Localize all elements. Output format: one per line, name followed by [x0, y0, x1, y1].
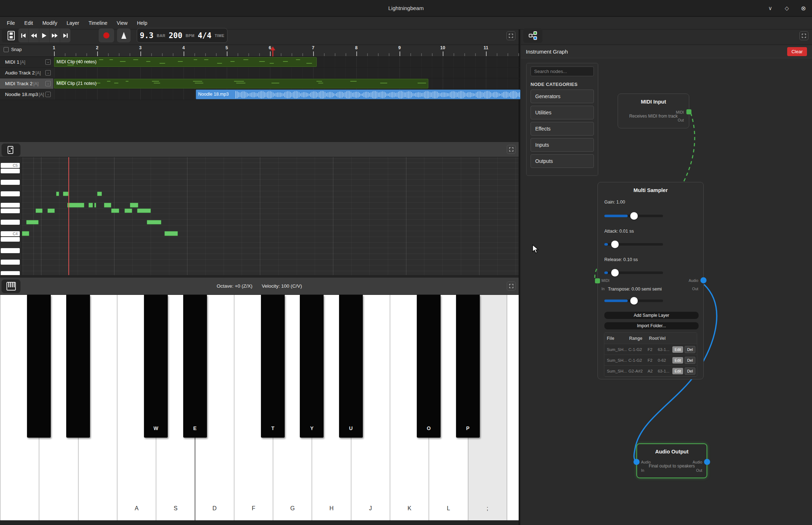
- midi-note[interactable]: [125, 209, 132, 213]
- node-graph-icon[interactable]: [523, 28, 543, 43]
- midi-note[interactable]: [56, 192, 59, 196]
- midi-note[interactable]: [89, 203, 93, 207]
- track-header-2[interactable]: Audio Track 2[A]-: [0, 68, 53, 78]
- midi-note[interactable]: [147, 220, 161, 224]
- audio-in-port[interactable]: [633, 459, 640, 465]
- minimize-icon[interactable]: ∨: [767, 5, 774, 12]
- rewind-button[interactable]: [29, 28, 39, 42]
- black-key-2[interactable]: [66, 295, 90, 438]
- roll-key-G4[interactable]: [1, 191, 20, 196]
- delete-sample-button[interactable]: Del: [685, 357, 695, 364]
- track-minus-button[interactable]: -: [45, 92, 51, 97]
- slider-knob[interactable]: [611, 241, 619, 248]
- category-inputs[interactable]: Inputs: [531, 138, 594, 152]
- menu-item-timeline[interactable]: Timeline: [84, 17, 112, 29]
- virtual-keyboard[interactable]: ASDFGHJKL;WETYUOP: [0, 295, 519, 521]
- maximize-icon[interactable]: ◇: [783, 5, 790, 12]
- white-key-13[interactable]: [507, 295, 519, 520]
- black-key-1[interactable]: [27, 295, 51, 438]
- roll-key-G3[interactable]: [1, 260, 20, 265]
- category-generators[interactable]: Generators: [531, 90, 594, 103]
- roll-key-F4[interactable]: [1, 203, 20, 208]
- midi-note[interactable]: [67, 203, 84, 207]
- track-header-4[interactable]: Noodle 18.mp3[A]-: [0, 89, 53, 100]
- record-button[interactable]: [98, 28, 114, 43]
- menu-item-layer[interactable]: Layer: [62, 17, 84, 29]
- piano-roll-icon[interactable]: [1, 143, 21, 156]
- piano-roll-key-column[interactable]: C5C4: [0, 157, 22, 275]
- midi-note[interactable]: [63, 192, 68, 196]
- category-outputs[interactable]: Outputs: [531, 154, 594, 168]
- midi-clip[interactable]: MIDI Clip (40 notes): [54, 57, 317, 67]
- expand-graph-icon[interactable]: [799, 31, 808, 40]
- expand-timeline-icon[interactable]: [506, 31, 515, 40]
- play-button[interactable]: [39, 28, 50, 42]
- edit-sample-button[interactable]: Edit: [672, 346, 683, 353]
- midi-clip[interactable]: MIDI Clip (21 notes): [54, 79, 428, 88]
- add-sample-layer-button[interactable]: Add Sample Layer: [604, 311, 699, 319]
- expand-piano-roll-icon[interactable]: [507, 145, 516, 154]
- midi-note[interactable]: [137, 209, 151, 213]
- midi-in-port[interactable]: [595, 278, 600, 283]
- roll-key-C4[interactable]: C4: [1, 231, 20, 236]
- piano-roll-grid[interactable]: [0, 157, 519, 275]
- gain-slider[interactable]: [604, 215, 663, 217]
- menu-item-edit[interactable]: Edit: [20, 17, 38, 29]
- midi-note[interactable]: [48, 209, 55, 213]
- close-icon[interactable]: ⊗: [800, 5, 807, 12]
- track-minus-button[interactable]: -: [45, 81, 51, 86]
- midi-note[interactable]: [22, 231, 29, 236]
- release-slider[interactable]: [604, 271, 663, 274]
- delete-sample-button[interactable]: Del: [685, 368, 695, 375]
- audio-out-port[interactable]: [700, 277, 707, 283]
- edit-sample-button[interactable]: Edit: [672, 368, 683, 374]
- menu-item-file[interactable]: File: [2, 17, 20, 29]
- black-key-W[interactable]: W: [144, 295, 168, 438]
- roll-key-F3[interactable]: [1, 271, 20, 275]
- category-effects[interactable]: Effects: [531, 122, 594, 136]
- black-key-Y[interactable]: Y: [300, 295, 324, 438]
- black-key-E[interactable]: E: [183, 295, 207, 438]
- track-lane-4[interactable]: Noodle 18.mp3: [53, 89, 520, 100]
- menu-item-view[interactable]: View: [112, 17, 132, 29]
- edit-sample-button[interactable]: Edit: [672, 357, 683, 364]
- graph-canvas[interactable]: NODE CATEGORIES GeneratorsUtilitiesEffec…: [521, 58, 812, 525]
- midi-note[interactable]: [104, 203, 111, 207]
- black-key-U[interactable]: U: [339, 295, 363, 438]
- midi-note[interactable]: [130, 203, 138, 207]
- slider-knob[interactable]: [630, 297, 638, 305]
- audio-out-port[interactable]: [704, 459, 710, 465]
- roll-key-B3[interactable]: [1, 237, 20, 242]
- skip-end-button[interactable]: [60, 28, 71, 42]
- expand-keyboard-icon[interactable]: [507, 282, 516, 291]
- skip-start-button[interactable]: [18, 28, 29, 42]
- track-header-3[interactable]: MIDI Track 2[A]-: [0, 78, 53, 89]
- midi-note[interactable]: [36, 209, 42, 213]
- timeline-ruler[interactable]: Snap 1234567891011: [0, 45, 519, 57]
- black-key-P[interactable]: P: [456, 295, 480, 438]
- piano-roll[interactable]: C5C4: [0, 157, 519, 275]
- midi-note[interactable]: [94, 203, 96, 207]
- clear-graph-button[interactable]: Clear: [787, 47, 807, 56]
- track-lane-1[interactable]: MIDI Clip (40 notes): [53, 57, 520, 68]
- delete-sample-button[interactable]: Del: [685, 346, 695, 353]
- black-key-O[interactable]: O: [417, 295, 441, 438]
- midi-note[interactable]: [97, 192, 102, 196]
- midi-note[interactable]: [26, 220, 39, 224]
- roll-key-A4[interactable]: [1, 180, 20, 185]
- menu-item-help[interactable]: Help: [132, 17, 152, 29]
- metronome-button[interactable]: [117, 28, 131, 43]
- audio-clip[interactable]: Noodle 18.mp3: [196, 90, 520, 99]
- slider-knob[interactable]: [611, 269, 619, 277]
- menu-item-modify[interactable]: Modify: [38, 17, 62, 29]
- roll-key-B4[interactable]: [1, 169, 20, 174]
- fast-forward-button[interactable]: [50, 28, 60, 42]
- transpose-slider[interactable]: [604, 300, 663, 302]
- track-lane-2[interactable]: [53, 68, 520, 78]
- node-midi-input[interactable]: MIDI Input Receives MIDI from track MIDI…: [618, 93, 689, 128]
- track-minus-button[interactable]: -: [45, 70, 51, 76]
- midi-out-port[interactable]: [686, 109, 691, 114]
- node-multi-sampler[interactable]: Multi Sampler Gain: 1.00 Attack: 0.01 ss…: [597, 182, 704, 379]
- roll-key-C5[interactable]: C5: [1, 163, 20, 168]
- roll-key-D4[interactable]: [1, 220, 20, 225]
